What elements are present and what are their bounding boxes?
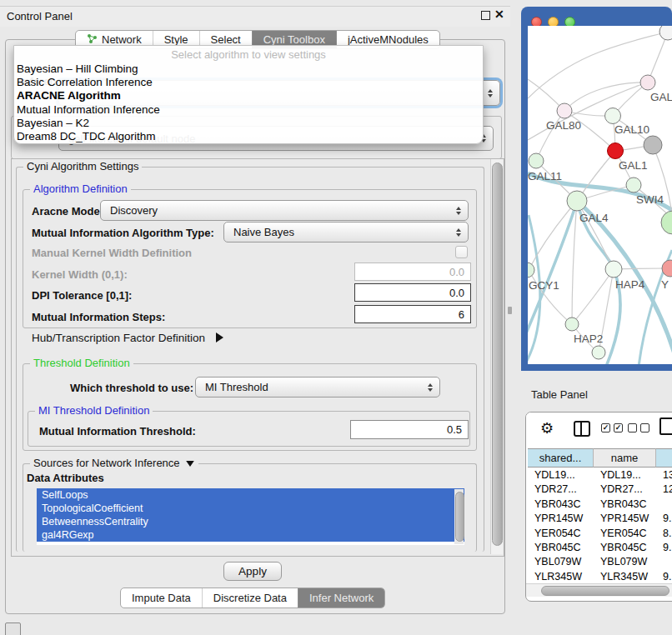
panel-divider-grip[interactable] — [508, 307, 512, 314]
select-columns-icon[interactable]: ✓✓ — [601, 423, 623, 432]
table-cell[interactable]: YBR045C — [528, 541, 594, 555]
algorithm-option[interactable]: Basic Correlation Inference — [14, 76, 483, 89]
scrollbar-thumb[interactable] — [455, 492, 464, 542]
mi-threshold-field[interactable]: 0.5 — [350, 420, 469, 439]
network-node-label: GAL1 — [619, 159, 648, 172]
table-column-header[interactable]: name — [594, 448, 656, 468]
manual-kernel-checkbox[interactable] — [455, 246, 468, 258]
data-attribute-item[interactable]: SelfLoops — [37, 488, 464, 502]
data-attribute-item[interactable]: BetweennessCentrality — [37, 515, 464, 528]
table-cell[interactable]: YER054C — [528, 527, 594, 541]
algorithm-option[interactable]: ARACNE Algorithm — [14, 89, 483, 102]
tab-impute-data[interactable]: Impute Data — [121, 588, 202, 608]
table-cell[interactable]: 8. — [656, 527, 672, 541]
restore-panel-icon[interactable] — [5, 622, 21, 635]
algorithm-option[interactable]: Mutual Information Inference — [14, 103, 483, 117]
network-edge[interactable] — [572, 201, 577, 324]
algorithm-definition-title: Algorithm Definition — [30, 183, 131, 195]
data-attribute-item[interactable]: gal4RGexp — [37, 528, 464, 542]
mi-steps-field[interactable]: 6 — [354, 305, 471, 323]
scrollbar-thumb[interactable] — [541, 586, 669, 596]
table-panel: ⚙ ✓✓ shared...nameA YDL19...YDL19...13YD… — [525, 412, 672, 602]
network-node-gal1[interactable] — [608, 143, 624, 159]
table-cell[interactable]: YDR27... — [528, 482, 594, 497]
table-cell[interactable]: 13 — [656, 468, 672, 482]
network-node-gal10[interactable] — [605, 108, 621, 124]
table-cell[interactable]: 9. — [656, 541, 672, 555]
scrollbar-thumb[interactable] — [492, 162, 503, 546]
hub-definition-toggle[interactable]: Hub/Transcription Factor Definition — [32, 332, 223, 344]
network-node[interactable] — [661, 211, 672, 234]
network-node-gal80[interactable] — [557, 103, 572, 118]
mi-threshold-value: 0.5 — [447, 423, 462, 436]
network-node-gal11[interactable] — [529, 153, 544, 168]
table-cell[interactable]: YBR045C — [594, 541, 656, 555]
kernel-width-field[interactable]: 0.0 — [354, 262, 471, 281]
network-node-label: HAP4 — [615, 278, 645, 291]
network-node-hap4[interactable] — [605, 261, 622, 278]
algorithm-option[interactable]: Bayesian – K2 — [14, 117, 483, 130]
aracne-mode-combobox[interactable]: Discovery — [100, 200, 469, 221]
table-cell[interactable]: YLR345W — [594, 570, 656, 584]
table-cell[interactable]: YBL079W — [528, 555, 594, 569]
tab-label: Cyni Toolbox — [263, 33, 325, 46]
network-node-hap2[interactable] — [565, 318, 579, 331]
table-cell[interactable] — [656, 498, 672, 512]
table-cell[interactable]: YDL19... — [528, 468, 594, 482]
table-cell[interactable]: YER054C — [594, 527, 656, 541]
network-edge[interactable] — [572, 269, 614, 324]
data-attributes-list[interactable]: SelfLoopsTopologicalCoefficientBetweenne… — [37, 488, 464, 545]
table-column-header[interactable]: A — [656, 448, 672, 468]
mi-steps-value: 6 — [459, 308, 464, 321]
network-canvas[interactable]: GALGAL80GAL10GAL1GAL11SWI4GAL4GCY1HAP4YH… — [528, 26, 672, 364]
network-node-gcy1[interactable] — [528, 262, 534, 278]
table-horizontal-scrollbar[interactable] — [526, 583, 672, 597]
unselect-columns-icon[interactable] — [628, 423, 649, 432]
control-panel-title: Control Panel — [7, 10, 73, 22]
algorithm-option[interactable]: Dream8 DC_TDC Algorithm — [14, 130, 483, 143]
table-cell[interactable]: YBR043C — [528, 498, 594, 512]
split-columns-icon[interactable] — [574, 421, 590, 437]
dpi-tolerance-field[interactable]: 0.0 — [354, 283, 471, 302]
apply-button[interactable]: Apply — [223, 562, 282, 581]
network-edge[interactable] — [529, 201, 577, 270]
table-cell[interactable]: 9. — [656, 570, 672, 584]
settings-vertical-scrollbar[interactable] — [490, 159, 503, 554]
which-threshold-combobox[interactable]: MI Threshold — [195, 377, 440, 398]
network-node-gal4[interactable] — [567, 191, 587, 211]
import-table-icon[interactable] — [659, 418, 672, 435]
float-window-icon[interactable] — [481, 11, 490, 20]
table-cell[interactable] — [656, 555, 672, 569]
close-panel-icon[interactable]: ✕ — [494, 8, 504, 21]
table-column-header[interactable]: shared... — [528, 448, 594, 468]
data-attributes-label: Data Attributes — [27, 472, 104, 484]
table-cell[interactable]: YLR345W — [528, 570, 594, 584]
sources-group-title-wrap[interactable]: Sources for Network Inference — [30, 458, 198, 469]
table-cell[interactable]: 12 — [656, 482, 672, 497]
network-node[interactable] — [592, 346, 605, 359]
table-cell[interactable]: 9. — [656, 512, 672, 526]
network-node-gal[interactable] — [640, 75, 655, 90]
mi-type-value: Naive Bayes — [233, 226, 294, 238]
aracne-mode-value: Discovery — [110, 204, 158, 217]
gear-icon[interactable]: ⚙ — [540, 419, 554, 438]
table-cell[interactable]: YDL19... — [594, 468, 656, 482]
network-node-swi4[interactable] — [626, 178, 641, 192]
table-cell[interactable]: YPR145W — [528, 512, 594, 526]
algorithm-option[interactable]: Bayesian – Hill Climbing — [14, 62, 483, 76]
table-cell[interactable]: YPR145W — [594, 512, 656, 526]
table-cell[interactable]: YBR043C — [594, 498, 656, 512]
network-edge-thick[interactable] — [528, 201, 577, 333]
hub-definition-label: Hub/Transcription Factor Definition — [32, 332, 205, 344]
cyni-mode-tabbar: Impute DataDiscretize DataInfer Network — [120, 588, 385, 608]
table-cell[interactable]: YBL079W — [594, 555, 656, 569]
tab-infer-network[interactable]: Infer Network — [298, 588, 384, 608]
attributes-scrollbar[interactable] — [454, 489, 464, 544]
data-attribute-item[interactable]: TopologicalCoefficient — [37, 502, 464, 515]
network-node[interactable] — [644, 136, 662, 154]
table-cell[interactable]: YDR27... — [594, 482, 656, 497]
network-edge[interactable] — [536, 111, 564, 161]
mi-type-combobox[interactable]: Naive Bayes — [223, 222, 469, 242]
network-node[interactable] — [659, 26, 672, 40]
tab-discretize-data[interactable]: Discretize Data — [202, 588, 298, 608]
